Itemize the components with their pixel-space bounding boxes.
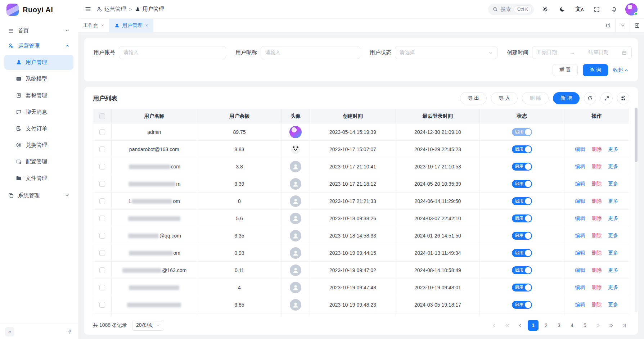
edit-link[interactable]: 编辑 bbox=[575, 232, 585, 238]
status-toggle[interactable]: 启用 bbox=[512, 266, 532, 274]
delete-link[interactable]: 删除 bbox=[591, 215, 602, 221]
row-checkbox[interactable] bbox=[99, 198, 105, 204]
user-avatar[interactable] bbox=[290, 299, 301, 311]
dark-mode-button[interactable] bbox=[556, 3, 568, 15]
status-toggle[interactable]: 启用 bbox=[512, 197, 532, 205]
delete-link[interactable]: 删除 bbox=[591, 250, 602, 256]
user-avatar[interactable] bbox=[290, 195, 301, 207]
first-page-button[interactable] bbox=[489, 320, 500, 331]
hamburger-icon[interactable] bbox=[85, 6, 91, 13]
prev-page-button[interactable] bbox=[515, 320, 526, 331]
row-checkbox[interactable] bbox=[99, 267, 105, 273]
user-avatar-menu[interactable] bbox=[625, 3, 638, 15]
select-all-checkbox[interactable] bbox=[99, 113, 105, 119]
delete-link[interactable]: 删除 bbox=[591, 267, 602, 273]
sidebar-item-config-management[interactable]: 配置管理 bbox=[4, 154, 73, 169]
user-avatar[interactable] bbox=[290, 265, 301, 276]
next-group-button[interactable] bbox=[605, 320, 616, 331]
row-checkbox[interactable] bbox=[99, 250, 105, 256]
global-search[interactable]: 搜索 Ctrl K bbox=[488, 4, 534, 15]
sidebar-collapse-button[interactable]: « bbox=[5, 327, 14, 336]
row-checkbox[interactable] bbox=[99, 216, 105, 221]
status-select[interactable]: 请选择 bbox=[395, 46, 497, 59]
user-avatar[interactable] bbox=[290, 230, 301, 241]
close-tab-icon[interactable]: × bbox=[101, 23, 104, 28]
tab-options-button[interactable] bbox=[615, 19, 630, 32]
sidebar-item-system-model[interactable]: 系统模型 bbox=[4, 71, 73, 86]
sidebar-item-home[interactable]: 首页 bbox=[4, 23, 73, 38]
next-page-button[interactable] bbox=[593, 320, 603, 331]
fullscreen-button[interactable] bbox=[591, 3, 603, 15]
user-avatar[interactable] bbox=[290, 178, 301, 190]
more-link[interactable]: 更多 bbox=[608, 284, 618, 290]
status-toggle[interactable]: 启用 bbox=[512, 214, 532, 222]
tab-user-management[interactable]: 用户管理 × bbox=[109, 19, 154, 32]
delete-link[interactable]: 删除 bbox=[591, 181, 602, 186]
sidebar-item-file-management[interactable]: 文件管理 bbox=[4, 171, 73, 186]
breadcrumb-operations[interactable]: 运营管理 bbox=[96, 6, 126, 13]
user-avatar[interactable] bbox=[289, 126, 302, 138]
row-checkbox[interactable] bbox=[99, 146, 105, 152]
status-toggle[interactable]: 启用 bbox=[512, 301, 532, 309]
breadcrumb-user-management[interactable]: 用户管理 bbox=[135, 6, 164, 13]
user-avatar[interactable] bbox=[290, 282, 301, 293]
more-link[interactable]: 更多 bbox=[608, 146, 618, 152]
more-link[interactable]: 更多 bbox=[608, 302, 618, 307]
toggle-content-maximize-button[interactable] bbox=[630, 19, 644, 32]
edit-link[interactable]: 编辑 bbox=[575, 181, 585, 186]
status-toggle[interactable]: 启用 bbox=[512, 145, 532, 153]
status-toggle[interactable]: 启用 bbox=[512, 128, 532, 136]
prev-group-button[interactable] bbox=[502, 320, 513, 331]
scrollbar-thumb[interactable] bbox=[635, 108, 638, 162]
status-toggle[interactable]: 启用 bbox=[512, 284, 532, 291]
edit-link[interactable]: 编辑 bbox=[575, 302, 585, 307]
edit-link[interactable]: 编辑 bbox=[575, 163, 585, 169]
page-button-4[interactable]: 4 bbox=[567, 320, 577, 331]
more-link[interactable]: 更多 bbox=[608, 250, 618, 256]
edit-link[interactable]: 编辑 bbox=[575, 215, 585, 221]
user-avatar[interactable] bbox=[290, 161, 301, 172]
more-link[interactable]: 更多 bbox=[608, 215, 618, 221]
date-range-picker[interactable]: 开始日期 → 结束日期 bbox=[532, 46, 632, 59]
delete-link[interactable]: 删除 bbox=[591, 163, 602, 169]
row-checkbox[interactable] bbox=[99, 285, 105, 290]
more-link[interactable]: 更多 bbox=[608, 232, 618, 238]
language-button[interactable]: 文A bbox=[573, 3, 586, 15]
export-button[interactable]: 导 出 bbox=[460, 92, 487, 104]
sidebar-item-operations[interactable]: 运营管理 bbox=[4, 38, 73, 53]
page-size-select[interactable]: 20条/页 bbox=[132, 320, 164, 331]
more-link[interactable]: 更多 bbox=[608, 163, 618, 169]
tab-workbench[interactable]: 工作台 × bbox=[78, 19, 109, 32]
refresh-tab-button[interactable] bbox=[601, 19, 615, 32]
reset-button[interactable]: 重 置 bbox=[553, 64, 578, 76]
row-checkbox[interactable] bbox=[99, 233, 105, 239]
user-avatar[interactable] bbox=[291, 145, 300, 154]
status-toggle[interactable]: 启用 bbox=[512, 249, 532, 257]
more-link[interactable]: 更多 bbox=[608, 181, 618, 186]
delete-button[interactable]: 删 除 bbox=[522, 92, 549, 104]
settings-button[interactable] bbox=[539, 3, 551, 15]
more-link[interactable]: 更多 bbox=[608, 267, 618, 273]
notifications-button[interactable] bbox=[608, 3, 620, 15]
more-link[interactable]: 更多 bbox=[608, 198, 618, 204]
sidebar-item-redeem-management[interactable]: 兑换管理 bbox=[4, 137, 73, 153]
delete-link[interactable]: 删除 bbox=[591, 146, 602, 152]
pin-icon[interactable] bbox=[67, 329, 73, 335]
sidebar-item-payment-orders[interactable]: 支付订单 bbox=[4, 121, 73, 136]
edit-link[interactable]: 编辑 bbox=[575, 250, 585, 256]
page-button-1[interactable]: 1 bbox=[528, 320, 539, 331]
status-toggle[interactable]: 启用 bbox=[512, 180, 532, 188]
edit-link[interactable]: 编辑 bbox=[575, 284, 585, 290]
row-checkbox[interactable] bbox=[99, 181, 105, 187]
page-button-2[interactable]: 2 bbox=[541, 320, 551, 331]
edit-link[interactable]: 编辑 bbox=[575, 146, 585, 152]
delete-link[interactable]: 删除 bbox=[591, 302, 602, 307]
nickname-input[interactable]: 请输入 bbox=[261, 46, 360, 59]
page-button-5[interactable]: 5 bbox=[580, 320, 590, 331]
sidebar-item-system-management[interactable]: 系统管理 bbox=[4, 188, 73, 203]
edit-link[interactable]: 编辑 bbox=[575, 267, 585, 273]
page-button-3[interactable]: 3 bbox=[554, 320, 564, 331]
refresh-table-button[interactable] bbox=[584, 92, 596, 104]
import-button[interactable]: 导 入 bbox=[491, 92, 518, 104]
user-avatar[interactable] bbox=[290, 213, 301, 224]
